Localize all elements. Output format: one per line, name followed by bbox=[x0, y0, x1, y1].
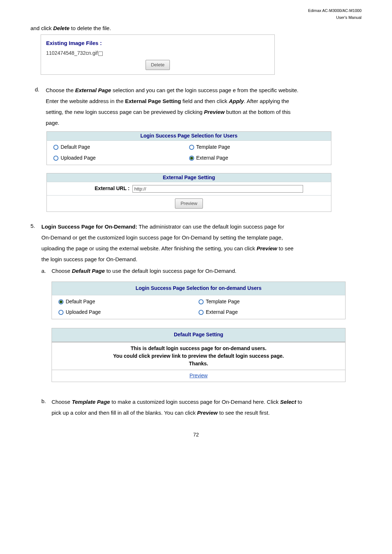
login-success-ondemand-panel: Login Success Page Selection for on-dema… bbox=[52, 282, 346, 382]
external-page-head: External Page Setting bbox=[47, 173, 331, 182]
file-row: 1102474548_732cn.gif bbox=[46, 49, 269, 58]
option-row-2: Uploaded Page External Page bbox=[47, 154, 331, 165]
option-row-od-1: Default Page Template Page bbox=[52, 295, 345, 308]
step-d-content: Choose the External Page selection and y… bbox=[46, 85, 362, 128]
sub-b-marker: b. bbox=[41, 397, 52, 418]
radio-icon bbox=[53, 156, 58, 161]
manual-type: User's Manual bbox=[336, 15, 362, 20]
radio-icon bbox=[199, 310, 204, 315]
opt-template-page[interactable]: Template Page bbox=[189, 143, 325, 152]
opt-od-external-page[interactable]: External Page bbox=[199, 308, 339, 317]
file-name: 1102474548_732cn.gif bbox=[46, 50, 98, 56]
delete-button[interactable]: Delete bbox=[146, 60, 170, 70]
existing-image-files-box: Existing Image Files : 1102474548_732cn.… bbox=[41, 34, 275, 75]
panel2-head: Login Success Page Selection for on-dema… bbox=[52, 282, 345, 295]
option-row-1: Default Page Template Page bbox=[47, 141, 331, 154]
default-page-info: This is default login success page for o… bbox=[52, 342, 346, 370]
panel1-head: Login Success Page Selection for Users bbox=[47, 132, 331, 141]
sub-a-content: Choose Default Page to use the default l… bbox=[52, 266, 236, 276]
radio-icon bbox=[199, 299, 204, 304]
sub-b-content: Choose Template Page to make a customize… bbox=[52, 397, 362, 418]
opt-uploaded-page[interactable]: Uploaded Page bbox=[53, 154, 189, 163]
step-5: 5. Login Success Page for On-Demand: The… bbox=[30, 221, 362, 265]
opt-default-page[interactable]: Default Page bbox=[53, 143, 189, 152]
radio-icon-checked bbox=[189, 156, 194, 161]
step-5-content: Login Success Page for On-Demand: The ad… bbox=[41, 221, 362, 265]
radio-icon bbox=[189, 145, 194, 150]
preview-button[interactable]: Preview bbox=[175, 198, 203, 209]
opt-od-template-page[interactable]: Template Page bbox=[199, 297, 339, 306]
login-success-users-panel: Login Success Page Selection for Users D… bbox=[46, 131, 331, 165]
sub-a-marker: a. bbox=[41, 266, 52, 276]
external-url-row: External URL : bbox=[47, 182, 331, 195]
preview-link-row: Preview bbox=[52, 370, 346, 382]
page-number: 72 bbox=[30, 431, 362, 439]
opt-external-page[interactable]: External Page bbox=[189, 154, 325, 163]
product-name: Edimax AC-M3000/AC-M1000 bbox=[308, 8, 362, 13]
radio-icon-checked bbox=[58, 299, 64, 304]
step-5-marker: 5. bbox=[30, 221, 41, 265]
opt-od-uploaded-page[interactable]: Uploaded Page bbox=[58, 308, 199, 317]
external-page-setting-panel: External Page Setting External URL : Pre… bbox=[46, 173, 331, 212]
radio-icon bbox=[53, 145, 58, 150]
default-page-setting-head: Default Page Setting bbox=[52, 328, 345, 342]
preview-link[interactable]: Preview bbox=[189, 373, 208, 378]
step-d-marker: d. bbox=[35, 85, 46, 128]
radio-icon bbox=[58, 310, 64, 315]
option-row-od-2: Uploaded Page External Page bbox=[52, 308, 345, 319]
intro-line: and click Delete to delete the file. bbox=[30, 24, 362, 33]
external-url-label: External URL : bbox=[53, 184, 132, 193]
doc-header: Edimax AC-M3000/AC-M1000 User's Manual bbox=[30, 0, 362, 24]
opt-od-default-page[interactable]: Default Page bbox=[58, 297, 199, 306]
sub-step-a: a. Choose Default Page to use the defaul… bbox=[41, 266, 362, 276]
sub-step-b: b. Choose Template Page to make a custom… bbox=[41, 397, 362, 418]
file-checkbox[interactable] bbox=[98, 52, 103, 56]
step-d: d. Choose the External Page selection an… bbox=[35, 85, 362, 128]
preview-row: Preview bbox=[47, 195, 331, 212]
existing-files-title: Existing Image Files : bbox=[46, 38, 269, 48]
external-url-input[interactable] bbox=[132, 185, 303, 193]
